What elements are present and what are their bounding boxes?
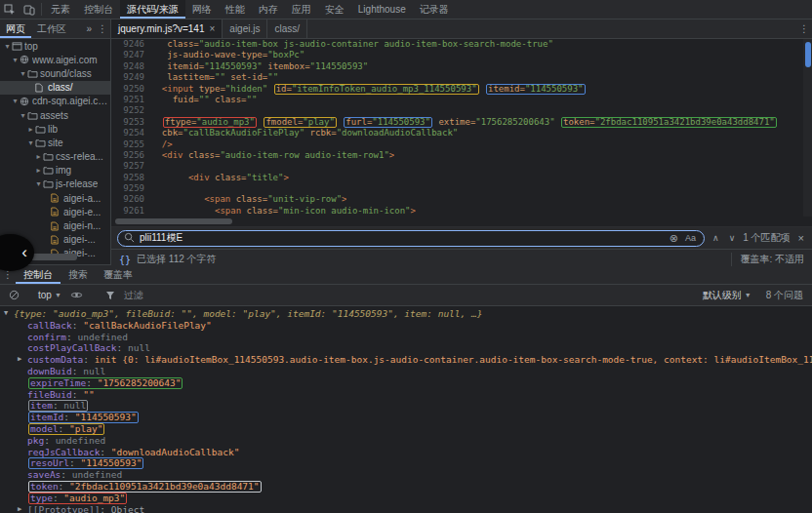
scrollbar-thumb[interactable] xyxy=(115,218,232,224)
devtools-tab-console[interactable]: 控制台 xyxy=(77,0,120,19)
chevron-closed-icon[interactable]: ▸ xyxy=(34,166,43,175)
tree-item-aigei-a[interactable]: aigei-a... xyxy=(0,191,110,205)
more-panes-icon[interactable]: » xyxy=(83,20,95,38)
line-number[interactable]: 9256 xyxy=(111,150,151,161)
file-tab-aigei-js[interactable]: aigei.js xyxy=(223,20,267,38)
frame-context-select[interactable]: top ▼ xyxy=(38,290,61,300)
chevron-closed-icon[interactable]: ▸ xyxy=(34,152,43,161)
devtools-tab-performance[interactable]: 性能 xyxy=(219,0,252,19)
divider xyxy=(41,3,42,16)
file-tab-jquery-min-js[interactable]: jquery.min.js?v=141× xyxy=(111,20,223,38)
tree-item-aigei-n[interactable]: aigei-n... xyxy=(0,218,110,232)
folder-icon xyxy=(35,125,48,134)
clear-console-icon[interactable] xyxy=(5,290,23,300)
tree-item-sound-class[interactable]: ▾sound/class xyxy=(0,66,110,80)
search-icon xyxy=(124,232,135,245)
console-filter-input[interactable]: 过滤 xyxy=(124,289,143,302)
previous-match-icon[interactable]: ∧ xyxy=(710,233,721,243)
line-number[interactable]: 9255 xyxy=(111,139,151,150)
tree-item-lib[interactable]: ▸lib xyxy=(0,122,110,136)
chevron-open-icon[interactable]: ▾ xyxy=(19,111,27,120)
folder-icon xyxy=(43,152,56,161)
line-number[interactable]: 9259 xyxy=(111,183,151,194)
annotation-box: token: "2fbdac110951a3421bd39e0a43dd8471… xyxy=(28,481,262,493)
editor-menu-icon[interactable]: ⋮ xyxy=(796,20,812,38)
line-number[interactable]: 9249 xyxy=(111,72,151,83)
devtools-tab-lighthouse[interactable]: Lighthouse xyxy=(351,0,413,19)
code-text: js-audio-wave-type="boxPc" xyxy=(151,50,304,60)
line-number[interactable]: 9260 xyxy=(111,194,151,205)
devtools-tab-elements[interactable]: 元素 xyxy=(44,0,77,19)
editor-horizontal-scrollbar[interactable] xyxy=(111,217,812,227)
line-number[interactable]: 9252 xyxy=(111,105,151,116)
tree-item-js-release[interactable]: ▾js-release xyxy=(0,178,110,191)
property-key: confirm xyxy=(27,332,66,343)
file-js-icon xyxy=(51,207,63,217)
tree-item-top[interactable]: ▾top xyxy=(0,39,110,53)
devtools-tab-network[interactable]: 网络 xyxy=(185,0,219,19)
tree-item-cdn-sqn-aigei-com[interactable]: ▾cdn-sqn.aigei.com xyxy=(0,95,110,108)
navigator-tab-workspace[interactable]: 工作区 xyxy=(31,20,72,38)
line-number[interactable]: 9253 xyxy=(111,117,151,128)
console-row: confirm: undefined xyxy=(0,332,812,343)
devtools-tab-recorder[interactable]: 记录器 xyxy=(413,0,456,19)
property-key: downBuid xyxy=(27,366,72,377)
line-number[interactable]: 9250 xyxy=(111,84,151,95)
console-row: callBack: "callBackAudioFilePlay" xyxy=(0,320,812,332)
editor-vertical-scrollbar[interactable] xyxy=(803,39,812,217)
line-number[interactable]: 9258 xyxy=(111,173,151,183)
code-line: 9254cbk="callBackAudioFilePlay" rcbk="do… xyxy=(111,128,812,138)
tree-item-aigei-e[interactable]: aigei-e... xyxy=(0,205,110,218)
line-number[interactable]: 9251 xyxy=(111,95,151,105)
line-number[interactable]: 9248 xyxy=(111,61,151,72)
tree-item-www-aigei-com[interactable]: ▾www.aigei.com xyxy=(0,53,110,66)
pretty-print-toggle[interactable]: {} xyxy=(119,255,131,265)
chevron-open-icon[interactable]: ▾ xyxy=(34,179,43,188)
close-tab-icon[interactable]: × xyxy=(209,23,215,34)
clear-search-icon[interactable]: ⊗ xyxy=(670,233,678,244)
chevron-open-icon[interactable]: ▾ xyxy=(11,97,20,105)
code-line: 9258<div class="title"> xyxy=(111,173,812,183)
code-text: cbk="callBackAudioFilePlay" rcbk="downlo… xyxy=(151,128,458,138)
console-tab-search[interactable]: 搜索 xyxy=(61,265,96,284)
log-level-select[interactable]: 默认级别 ▼ xyxy=(703,289,751,302)
devtools-tab-application[interactable]: 应用 xyxy=(285,0,318,19)
chevron-closed-icon[interactable]: ▸ xyxy=(26,125,35,134)
match-case-toggle[interactable]: Aa xyxy=(683,233,698,243)
chevron-closed-icon[interactable]: ▶ xyxy=(18,354,27,366)
scrollbar-thumb[interactable] xyxy=(805,42,811,67)
close-search-icon[interactable]: × xyxy=(796,232,806,244)
chevron-open-icon[interactable]: ▾ xyxy=(3,42,12,51)
line-number[interactable]: 9254 xyxy=(111,128,151,138)
tree-item-site[interactable]: ▾site xyxy=(0,136,110,149)
chevron-open-icon[interactable]: ▾ xyxy=(26,138,35,147)
tree-item-class[interactable]: class/ xyxy=(0,81,110,95)
chevron-open-icon[interactable]: ▾ xyxy=(11,56,20,64)
inspect-element-icon[interactable] xyxy=(0,0,20,19)
navigator-tab-page[interactable]: 网页 xyxy=(0,20,31,38)
live-expression-eye-icon[interactable] xyxy=(66,291,87,299)
folder-icon xyxy=(35,138,48,147)
device-toolbar-icon[interactable] xyxy=(20,0,39,19)
devtools-tab-sources[interactable]: 源代码/来源 xyxy=(120,0,185,19)
navigator-menu-icon[interactable]: ⋮ xyxy=(95,20,110,38)
file-tab-class-doc[interactable]: class/ xyxy=(267,20,307,38)
search-input[interactable]: plii111模E ⊗ Aa xyxy=(117,230,705,247)
tree-item-css-release[interactable]: ▸css-relea... xyxy=(0,150,110,164)
tree-item-assets[interactable]: ▾assets xyxy=(0,108,110,122)
devtools-tab-security[interactable]: 安全 xyxy=(318,0,351,19)
chevron-closed-icon[interactable]: ▶ xyxy=(18,504,27,513)
issues-counter[interactable]: 8 个问题 xyxy=(766,289,807,302)
next-match-icon[interactable]: ∨ xyxy=(727,233,738,243)
line-number[interactable]: 9261 xyxy=(111,206,151,217)
devtools-tab-memory[interactable]: 内存 xyxy=(252,0,285,19)
line-number[interactable]: 9246 xyxy=(111,39,151,50)
tree-item-img[interactable]: ▸img xyxy=(0,164,110,178)
chevron-open-icon[interactable]: ▾ xyxy=(19,69,27,78)
coverage-status: 覆盖率: 不适用 xyxy=(731,253,804,266)
file-icon xyxy=(35,83,48,93)
line-number[interactable]: 9247 xyxy=(111,50,151,60)
tree-item-label: js-release xyxy=(56,178,98,189)
line-number[interactable]: 9257 xyxy=(111,161,151,172)
chevron-open-icon[interactable]: ▼ xyxy=(4,308,14,320)
